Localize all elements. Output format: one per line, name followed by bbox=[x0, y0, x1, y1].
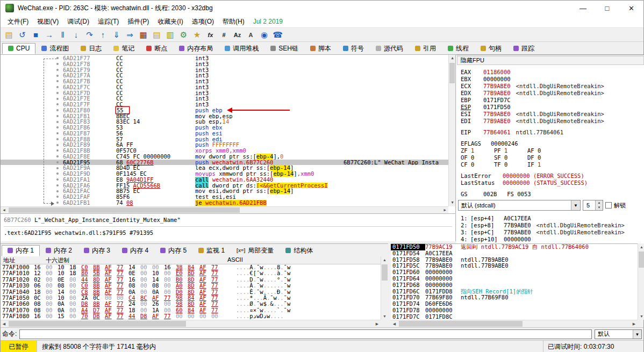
breakpoint-gutter[interactable] bbox=[1, 142, 61, 148]
scroll-down-icon[interactable]: ▼ bbox=[638, 313, 644, 320]
register-row[interactable]: ESI77B9ABE0<ntdll.DbgUiRemoteBreakin> bbox=[461, 111, 643, 118]
argument-row[interactable]: 2:[esp+8]77B9ABE0<ntdll.DbgUiRemoteBreak… bbox=[461, 222, 625, 229]
breakpoint-gutter[interactable] bbox=[1, 84, 61, 90]
chevron-down-icon[interactable]: ▼ bbox=[633, 330, 641, 339]
flags-row[interactable]: CF 0TF 0IF 1 bbox=[461, 161, 643, 168]
stack-row[interactable]: 0171FD7800000000 bbox=[391, 307, 638, 314]
register-row[interactable]: LastError00000000 (ERROR_SUCCESS) bbox=[461, 173, 643, 179]
tab-句柄[interactable]: 句柄 bbox=[475, 43, 507, 54]
menu-item-1[interactable]: 文件(F) bbox=[3, 16, 33, 28]
breakpoint-gutter[interactable] bbox=[1, 96, 61, 102]
close-icon[interactable]: ✕ bbox=[619, 1, 643, 16]
trace-record-icon[interactable]: ▦ bbox=[137, 28, 150, 41]
animate-over-icon[interactable]: ⇒ bbox=[123, 28, 137, 41]
scroll-right-icon[interactable]: ▶ bbox=[374, 320, 381, 327]
register-row[interactable]: EBP0171FD7C bbox=[461, 97, 643, 104]
command-input[interactable] bbox=[19, 329, 592, 339]
tab-监视 1[interactable]: 监视 1 bbox=[192, 245, 231, 256]
graph-icon[interactable]: ◉ bbox=[257, 28, 271, 41]
breakpoint-gutter[interactable] bbox=[1, 90, 61, 96]
tab-引用[interactable]: 引用 bbox=[409, 43, 442, 54]
breakpoint-gutter[interactable] bbox=[1, 171, 61, 177]
tab-内存 5[interactable]: 内存 5 bbox=[154, 245, 192, 256]
hide-fpu-button[interactable]: 隐藏FPU bbox=[457, 56, 644, 65]
scroll-thumb[interactable] bbox=[639, 252, 644, 268]
scroll-thumb[interactable] bbox=[9, 207, 240, 213]
tab-内存 1[interactable]: 内存 1 bbox=[2, 245, 40, 256]
scroll-thumb[interactable] bbox=[382, 264, 388, 281]
tab-结构体[interactable]: 结构体 bbox=[280, 245, 319, 256]
scroll-thumb[interactable] bbox=[399, 321, 523, 327]
tab-内存 3[interactable]: 内存 3 bbox=[78, 245, 116, 256]
breakpoint-gutter[interactable] bbox=[1, 119, 61, 125]
tab-断点[interactable]: 断点 bbox=[140, 43, 173, 54]
tab-内存 4[interactable]: 内存 4 bbox=[116, 245, 154, 256]
breakpoint-gutter[interactable] bbox=[1, 67, 61, 73]
register-row[interactable]: EIP77B64061ntdll.77B64061 bbox=[461, 129, 643, 136]
tab-日志[interactable]: 日志 bbox=[75, 43, 108, 54]
tab-内存布局[interactable]: 内存布局 bbox=[173, 43, 219, 54]
breakpoint-gutter[interactable] bbox=[1, 194, 61, 200]
argument-row[interactable]: 1:[esp+4]A0C17EEA bbox=[461, 215, 625, 222]
register-row[interactable]: EFLAGS00000246 bbox=[461, 140, 643, 147]
step-over-icon[interactable]: ↷ bbox=[83, 28, 96, 41]
argument-row[interactable]: 4:[esp+10]00000000 bbox=[461, 236, 625, 243]
menu-item-4[interactable]: 追踪(T) bbox=[94, 16, 123, 28]
tab-脚本[interactable]: 脚本 bbox=[304, 43, 337, 54]
notes-icon[interactable]: ▤ bbox=[150, 28, 163, 41]
scroll-down-icon[interactable]: ▼ bbox=[381, 313, 388, 320]
breakpoint-gutter[interactable] bbox=[1, 125, 61, 131]
breakpoint-gutter[interactable] bbox=[1, 131, 61, 137]
step-into-icon[interactable]: ↓ bbox=[69, 28, 83, 41]
register-row[interactable]: ESP0171FD50 bbox=[461, 104, 643, 111]
tab-调用堆栈[interactable]: 调用堆栈 bbox=[219, 43, 264, 54]
disasm-row[interactable]: 6AD21F8055push ebp bbox=[1, 107, 448, 113]
stack-vscrollbar[interactable]: ▲ ▼ bbox=[638, 243, 644, 320]
minimize-icon[interactable]: — bbox=[571, 1, 595, 16]
scroll-right-icon[interactable]: ▶ bbox=[631, 320, 638, 327]
breakpoint-gutter[interactable] bbox=[1, 107, 61, 113]
scroll-thumb[interactable] bbox=[9, 321, 186, 327]
flags-row[interactable]: ZF 1PF 1AF 0 bbox=[461, 147, 643, 154]
disasm-hscrollbar[interactable]: ◀ ▶ bbox=[1, 206, 448, 213]
disasm-row[interactable]: 6AD21FA1E8 9A04D1FFcall wechatwin.6AA324… bbox=[1, 177, 448, 183]
stack-row[interactable]: 0171FD7C0171FD8C bbox=[391, 314, 638, 320]
open-file-icon[interactable]: ▤ bbox=[2, 28, 16, 41]
spinner-arrows-icon[interactable]: ▲▼ bbox=[595, 200, 603, 210]
disasm-row[interactable]: 6AD21F8756push esi bbox=[1, 131, 448, 137]
pause-icon[interactable]: ‖ bbox=[56, 28, 69, 41]
fx-icon[interactable]: fx bbox=[204, 28, 217, 41]
stack-row[interactable]: 0171FD54A0C17EEA bbox=[391, 250, 638, 257]
scroll-up-icon[interactable]: ▲ bbox=[638, 243, 644, 250]
breakpoint-gutter[interactable] bbox=[1, 73, 61, 78]
breakpoint-gutter[interactable] bbox=[1, 78, 61, 84]
breakpoint-gutter[interactable] bbox=[1, 188, 61, 194]
tab-流程图[interactable]: 流程图 bbox=[35, 43, 75, 54]
tab-线程[interactable]: 线程 bbox=[442, 43, 475, 54]
breakpoint-gutter[interactable] bbox=[1, 183, 61, 189]
unlock-checkbox[interactable] bbox=[605, 202, 612, 209]
tab-笔记[interactable]: 笔记 bbox=[108, 43, 140, 54]
breakpoint-gutter[interactable] bbox=[1, 154, 61, 160]
dump-vscrollbar[interactable]: ▲ ▼ bbox=[381, 256, 388, 320]
breakpoint-gutter[interactable] bbox=[1, 61, 61, 67]
case-az-icon[interactable]: Az bbox=[231, 28, 244, 41]
animate-into-icon[interactable]: ⇓ bbox=[110, 28, 123, 41]
scroll-left-icon[interactable]: ◀ bbox=[391, 320, 398, 327]
chevron-down-icon[interactable]: ▼ bbox=[571, 200, 580, 210]
tab-局部变量[interactable]: [x=]局部变量 bbox=[231, 245, 280, 256]
tab-符号[interactable]: 符号 bbox=[337, 43, 370, 54]
scroll-up-icon[interactable]: ▲ bbox=[449, 55, 456, 62]
register-row[interactable]: EBX00000000 bbox=[461, 76, 643, 83]
menu-item-2[interactable]: 视图(V) bbox=[33, 16, 63, 28]
command-mode-select[interactable]: 默认 ▼ bbox=[595, 329, 642, 339]
register-row[interactable]: EAX01186000 bbox=[461, 69, 643, 76]
stack-row[interactable]: 0171FD6400000000 bbox=[391, 276, 638, 282]
stack-hscrollbar[interactable]: ◀ ▶ bbox=[391, 320, 638, 327]
breakpoint-gutter[interactable] bbox=[1, 148, 61, 154]
stop-icon[interactable]: ■ bbox=[29, 28, 42, 41]
scroll-up-icon[interactable]: ▲ bbox=[381, 256, 388, 263]
dump-hscrollbar[interactable]: ◀ ▶ bbox=[1, 320, 381, 327]
breakpoint-gutter[interactable] bbox=[1, 160, 61, 166]
breakpoint-gutter[interactable] bbox=[1, 177, 61, 183]
